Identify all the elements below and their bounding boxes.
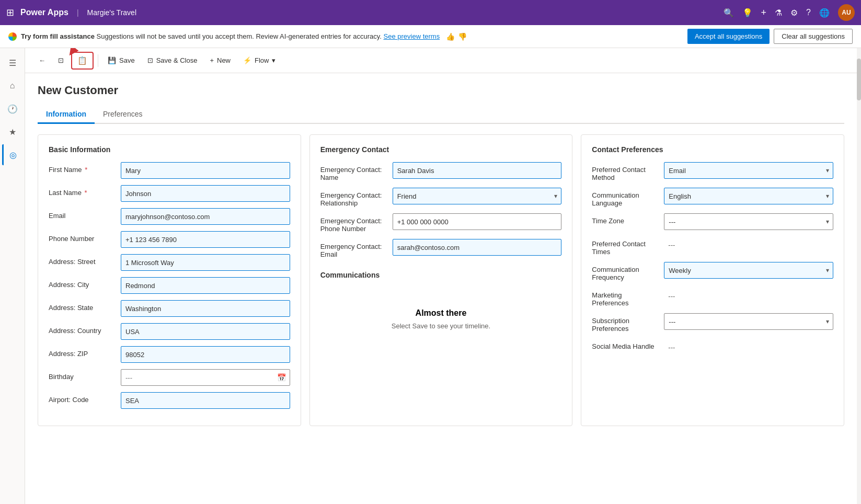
address-zip-row: Address: ZIP: [49, 346, 290, 363]
time-zone-select[interactable]: ---: [664, 213, 833, 230]
page-body: New Customer Information Preferences Bas…: [25, 73, 857, 437]
ec-phone-input[interactable]: [393, 213, 562, 230]
save-close-icon: ⊡: [147, 56, 153, 64]
social-media-handle-row: Social Media Handle ---: [592, 339, 833, 356]
ec-relationship-select[interactable]: Friend Family Colleague: [393, 188, 562, 204]
environment-name: Margie's Travel: [87, 8, 136, 17]
save-label: Save: [119, 56, 135, 64]
contact-preferences-title: Contact Preferences: [592, 145, 833, 154]
first-name-label: First Name *: [49, 162, 117, 174]
app-body: ☰ ⌂ 🕐 ★ ◎ ← ⊡: [0, 48, 861, 504]
ec-name-input[interactable]: [393, 162, 562, 179]
ec-email-input[interactable]: [393, 239, 562, 256]
save-icon: 💾: [108, 56, 116, 64]
address-street-input[interactable]: [121, 254, 290, 271]
flow-button[interactable]: ⚡ Flow ▾: [238, 53, 281, 67]
birthday-label: Birthday: [49, 369, 117, 381]
sidebar-item-menu[interactable]: ☰: [2, 52, 23, 73]
communication-language-select-wrapper: English Spanish French ▾: [664, 188, 833, 204]
communications-title: Communications: [320, 271, 562, 279]
emergency-contact-section: Emergency Contact Emergency Contact: Nam…: [309, 134, 573, 426]
sidebar-item-home[interactable]: ⌂: [2, 75, 23, 96]
sidebar-item-favorites[interactable]: ★: [2, 121, 23, 142]
thumbs-down-icon[interactable]: 👎: [458, 32, 467, 41]
communication-language-row: Communication Language English Spanish F…: [592, 188, 833, 207]
birthday-input[interactable]: [121, 369, 290, 386]
ec-email-label: Emergency Contact: Email: [320, 239, 388, 258]
ai-bar-actions: Accept all suggestions Clear all suggest…: [687, 29, 853, 44]
form-sections: Basic Information First Name * Last Name: [38, 134, 844, 426]
communication-language-select[interactable]: English Spanish French: [664, 188, 833, 204]
flow-chevron: ▾: [272, 56, 275, 64]
tab-preferences[interactable]: Preferences: [95, 106, 151, 124]
svg-line-1: [72, 48, 82, 52]
first-name-input[interactable]: [121, 162, 290, 179]
copy-icon: 📋: [77, 56, 87, 65]
subscription-preferences-label: Subscription Preferences: [592, 313, 660, 333]
flow-icon: ⚡: [243, 56, 251, 64]
filter-icon[interactable]: ⚗: [775, 8, 782, 18]
communication-frequency-select[interactable]: Weekly Daily Monthly: [664, 262, 833, 279]
marketing-preferences-label: Marketing Preferences: [592, 288, 660, 307]
communication-language-label: Communication Language: [592, 188, 660, 207]
time-zone-label: Time Zone: [592, 213, 660, 225]
address-zip-input[interactable]: [121, 346, 290, 363]
plus-icon[interactable]: +: [761, 7, 767, 18]
preview-terms-link[interactable]: See preview terms: [383, 32, 440, 40]
nav-divider: |: [77, 8, 79, 17]
phone-row: Phone Number: [49, 231, 290, 248]
last-name-input[interactable]: [121, 185, 290, 202]
preferred-contact-method-label: Preferred Contact Method: [592, 162, 660, 181]
copy-link-button[interactable]: 📋: [71, 52, 94, 70]
scrollbar-track[interactable]: [857, 48, 861, 504]
settings-icon[interactable]: ⚙: [790, 8, 798, 18]
main-content: ← ⊡ 📋 💾 Save: [25, 48, 857, 504]
address-country-label: Address: Country: [49, 323, 117, 335]
address-street-label: Address: Street: [49, 254, 117, 266]
preferred-contact-method-select[interactable]: Email Phone SMS: [664, 162, 833, 179]
birthday-input-wrapper: 📅: [121, 369, 290, 386]
page-title: New Customer: [38, 84, 844, 97]
preferred-contact-times-label: Preferred Contact Times: [592, 236, 660, 256]
address-country-input[interactable]: [121, 323, 290, 340]
tab-information[interactable]: Information: [38, 106, 95, 124]
scrollbar-thumb[interactable]: [857, 59, 861, 100]
phone-input[interactable]: [121, 231, 290, 248]
subscription-preferences-select-wrapper: --- ▾: [664, 313, 833, 330]
back-button[interactable]: ←: [33, 53, 51, 67]
marketing-preferences-value: ---: [664, 288, 833, 304]
thumbs-up-icon[interactable]: 👍: [446, 32, 455, 41]
first-name-row: First Name *: [49, 162, 290, 179]
help-icon[interactable]: ?: [806, 8, 811, 17]
address-state-input[interactable]: [121, 300, 290, 317]
expand-button[interactable]: ⊡: [53, 53, 69, 67]
email-label: Email: [49, 208, 117, 220]
sidebar-item-recent[interactable]: 🕐: [2, 98, 23, 119]
new-button[interactable]: + New: [204, 53, 236, 67]
grid-icon[interactable]: ⊞: [6, 7, 14, 18]
sidebar: ☰ ⌂ 🕐 ★ ◎: [0, 48, 25, 504]
search-icon[interactable]: 🔍: [724, 8, 734, 18]
tab-bar: Information Preferences: [38, 106, 844, 124]
save-button[interactable]: 💾 Save: [102, 53, 140, 67]
avatar[interactable]: AU: [838, 4, 855, 21]
bulb-icon[interactable]: 💡: [742, 8, 753, 18]
accept-all-suggestions-button[interactable]: Accept all suggestions: [687, 29, 770, 44]
save-close-button[interactable]: ⊡ Save & Close: [142, 53, 203, 67]
phone-label: Phone Number: [49, 231, 117, 243]
sidebar-item-current[interactable]: ◎: [2, 144, 23, 165]
airport-code-input[interactable]: [121, 392, 290, 409]
clear-all-suggestions-button[interactable]: Clear all suggestions: [774, 29, 853, 44]
almost-there-text: Select Save to see your timeline.: [331, 322, 552, 330]
ec-phone-label: Emergency Contact: Phone Number: [320, 213, 388, 233]
new-icon: +: [210, 56, 214, 64]
subscription-preferences-select[interactable]: ---: [664, 313, 833, 330]
communications-subsection: Communications: [320, 271, 562, 279]
airport-code-label: Airport: Code: [49, 392, 117, 404]
email-input[interactable]: [121, 208, 290, 225]
contact-preferences-section: Contact Preferences Preferred Contact Me…: [581, 134, 844, 426]
address-city-row: Address: City: [49, 277, 290, 294]
network-icon[interactable]: 🌐: [819, 8, 830, 18]
top-navigation: ⊞ Power Apps | Margie's Travel 🔍 💡 + ⚗ ⚙…: [0, 0, 861, 25]
address-city-input[interactable]: [121, 277, 290, 294]
